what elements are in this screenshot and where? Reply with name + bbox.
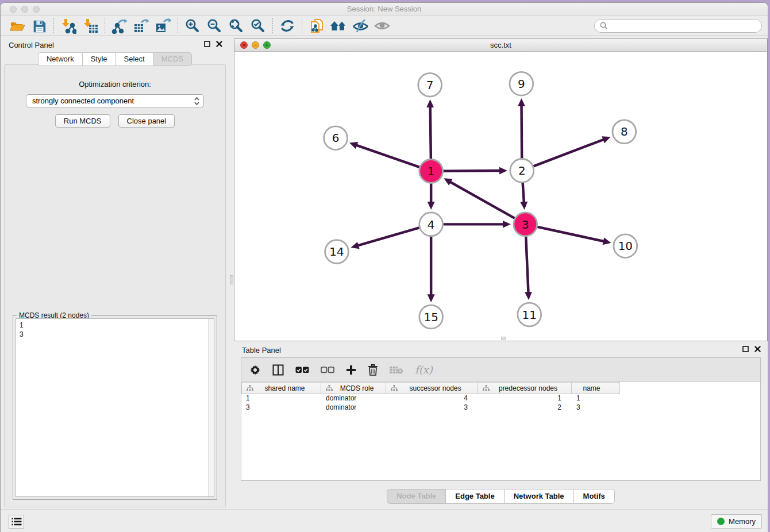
network-close-button[interactable]: ✕ bbox=[240, 41, 248, 49]
cell[interactable]: 3 bbox=[241, 403, 321, 413]
search-input[interactable] bbox=[609, 22, 757, 30]
delete-column-button[interactable] bbox=[368, 364, 378, 376]
edge-1-2[interactable] bbox=[444, 171, 500, 171]
close-table-panel-icon[interactable] bbox=[754, 346, 761, 352]
edge-1-6[interactable] bbox=[356, 145, 419, 167]
memory-status-icon bbox=[717, 518, 725, 525]
cell[interactable]: 3 bbox=[572, 403, 620, 413]
hide-selected-button[interactable] bbox=[349, 17, 371, 35]
float-panel-icon[interactable] bbox=[204, 41, 210, 47]
edge-2-8[interactable] bbox=[533, 139, 604, 166]
tab-select[interactable]: Select bbox=[116, 52, 153, 66]
zoom-out-button[interactable] bbox=[203, 17, 225, 35]
tab-edge-table[interactable]: Edge Table bbox=[445, 489, 503, 504]
duplicate-network-button[interactable] bbox=[306, 17, 328, 35]
sort-column-icon bbox=[391, 385, 398, 391]
result-scrollbar[interactable] bbox=[208, 319, 214, 496]
select-stepper-icon bbox=[194, 97, 200, 106]
close-window-button[interactable] bbox=[10, 6, 17, 13]
select-all-columns-button[interactable] bbox=[295, 366, 309, 374]
edge-3-11[interactable] bbox=[526, 237, 528, 294]
export-network-button[interactable] bbox=[109, 17, 130, 35]
status-menu-button[interactable] bbox=[9, 515, 24, 529]
first-neighbors-button[interactable] bbox=[328, 17, 349, 35]
cell[interactable]: 3 bbox=[386, 403, 478, 413]
zoom-in-button[interactable] bbox=[182, 17, 203, 35]
tab-motifs[interactable]: Motifs bbox=[573, 489, 615, 504]
table-body: 1dominator4113dominator323 bbox=[241, 394, 760, 413]
search-box[interactable] bbox=[594, 19, 762, 33]
zoom-fit-button[interactable] bbox=[225, 17, 247, 35]
horizontal-splitter-grip[interactable] bbox=[501, 337, 506, 340]
cell[interactable]: 1 bbox=[572, 394, 620, 403]
toolbar-separator bbox=[105, 18, 105, 33]
network-minimize-button[interactable]: − bbox=[252, 41, 259, 49]
node-label-9: 9 bbox=[518, 78, 525, 91]
edge-2-3[interactable] bbox=[523, 183, 524, 203]
cell[interactable]: 2 bbox=[478, 403, 572, 413]
mcds-result-text[interactable]: 1 3 bbox=[16, 319, 208, 496]
tab-node-table[interactable]: Node Table bbox=[387, 489, 445, 504]
column-header-MCDS-role[interactable]: MCDS role bbox=[321, 382, 386, 394]
close-panel-button[interactable]: Close panel bbox=[118, 114, 175, 128]
tab-style[interactable]: Style bbox=[82, 52, 116, 66]
cell[interactable]: 1 bbox=[241, 394, 321, 403]
tab-mcds[interactable]: MCDS bbox=[153, 52, 192, 66]
cell[interactable]: 1 bbox=[478, 394, 572, 403]
float-table-panel-icon[interactable] bbox=[742, 346, 749, 352]
show-all-button[interactable] bbox=[371, 17, 393, 35]
window-controls[interactable] bbox=[10, 6, 40, 13]
maximize-window-button[interactable] bbox=[33, 6, 40, 13]
edge-3-10[interactable] bbox=[537, 227, 605, 241]
application-window: Session: New Session bbox=[0, 2, 768, 532]
memory-button[interactable]: Memory bbox=[711, 514, 762, 529]
edge-3-1[interactable] bbox=[450, 182, 515, 218]
import-table-button[interactable] bbox=[79, 17, 101, 35]
delete-table-button[interactable] bbox=[390, 365, 403, 375]
run-mcds-button[interactable]: Run MCDS bbox=[55, 114, 110, 128]
save-button[interactable] bbox=[28, 17, 50, 35]
function-builder-button[interactable]: f(x) bbox=[415, 364, 433, 376]
unchecked-boxes-icon bbox=[321, 366, 334, 374]
cell[interactable]: dominator bbox=[321, 403, 386, 413]
add-column-button[interactable] bbox=[346, 365, 356, 375]
column-header-name[interactable]: name bbox=[572, 382, 620, 394]
cell[interactable]: 4 bbox=[386, 394, 478, 403]
table-row[interactable]: 3dominator323 bbox=[241, 403, 760, 413]
duplicate-network-icon bbox=[309, 18, 325, 34]
window-title: Session: New Session bbox=[347, 5, 421, 13]
network-canvas[interactable]: 1234678910111415 bbox=[234, 52, 767, 341]
table-row[interactable]: 1dominator411 bbox=[241, 394, 760, 403]
cell[interactable]: dominator bbox=[321, 394, 386, 403]
tab-network-table[interactable]: Network Table bbox=[504, 489, 573, 504]
column-header-shared-name[interactable]: shared name bbox=[241, 382, 321, 394]
mcds-result-box: MCDS result (2 nodes) 1 3 bbox=[13, 315, 217, 500]
column-header-predecessor-nodes[interactable]: predecessor nodes bbox=[478, 382, 572, 394]
open-button[interactable] bbox=[6, 17, 28, 35]
edge-2-9[interactable] bbox=[522, 105, 522, 158]
export-image-button[interactable] bbox=[152, 17, 174, 35]
sort-column-icon bbox=[483, 385, 490, 391]
minimize-window-button[interactable] bbox=[21, 6, 28, 13]
edge-1-7[interactable] bbox=[430, 106, 431, 159]
deselect-all-columns-button[interactable] bbox=[321, 366, 334, 374]
toolbar-separator bbox=[53, 18, 54, 33]
split-columns-button[interactable] bbox=[272, 364, 284, 376]
column-header-successor-nodes[interactable]: successor nodes bbox=[386, 382, 478, 394]
splitter-grip[interactable] bbox=[230, 275, 233, 284]
edge-4-14[interactable] bbox=[357, 228, 419, 245]
close-panel-icon[interactable] bbox=[216, 41, 222, 47]
criterion-select[interactable]: strongly connected component bbox=[26, 94, 204, 107]
export-table-button[interactable] bbox=[130, 17, 152, 35]
eye-icon bbox=[374, 18, 391, 34]
table-panel-title: Table Panel bbox=[242, 346, 281, 354]
import-network-button[interactable] bbox=[57, 17, 79, 35]
node-label-4: 4 bbox=[428, 218, 435, 232]
zoom-selected-button[interactable] bbox=[247, 17, 269, 35]
apply-layout-button[interactable] bbox=[276, 17, 298, 35]
network-maximize-button[interactable]: + bbox=[263, 41, 271, 49]
table-settings-button[interactable] bbox=[249, 364, 261, 376]
panel-splitter[interactable] bbox=[229, 36, 234, 510]
tab-network[interactable]: Network bbox=[38, 52, 82, 66]
arrowhead-2-3 bbox=[520, 202, 528, 210]
